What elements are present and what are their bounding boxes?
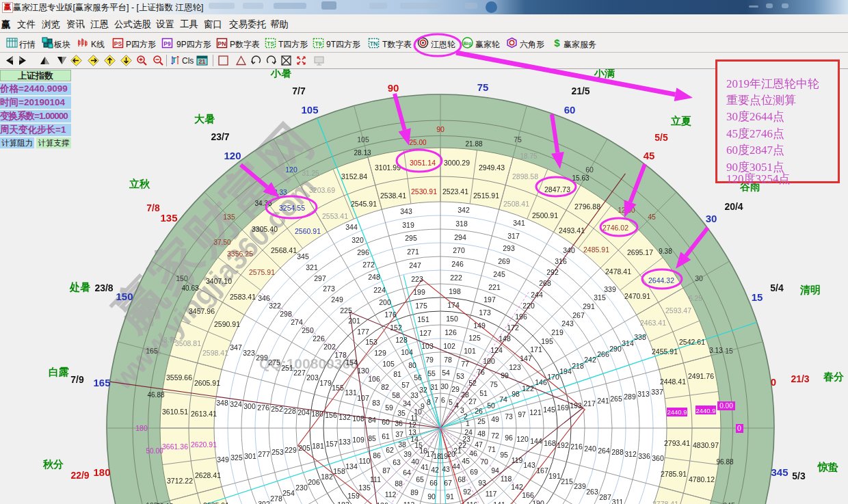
- svg-text:194: 194: [559, 367, 572, 375]
- svg-text:66: 66: [429, 479, 438, 487]
- svg-text:291: 291: [583, 302, 595, 310]
- svg-text:169: 169: [557, 403, 569, 412]
- svg-text:24: 24: [464, 428, 473, 436]
- svg-text:32: 32: [419, 386, 427, 394]
- svg-text:200: 200: [379, 298, 391, 306]
- svg-text:2523.41: 2523.41: [442, 187, 468, 196]
- svg-text:93: 93: [478, 479, 486, 487]
- svg-text:小暑: 小暑: [270, 69, 291, 79]
- svg-text:0: 0: [771, 376, 776, 388]
- svg-text:96: 96: [505, 434, 513, 442]
- svg-text:125: 125: [468, 334, 481, 342]
- svg-text:318: 318: [455, 220, 468, 228]
- svg-text:15: 15: [725, 347, 733, 355]
- svg-text:2598.41: 2598.41: [202, 349, 228, 357]
- svg-text:176: 176: [384, 310, 397, 319]
- svg-text:33: 33: [410, 391, 419, 399]
- svg-text:202: 202: [323, 343, 336, 351]
- svg-text:34: 34: [403, 399, 411, 408]
- svg-text:77: 77: [461, 360, 469, 368]
- svg-text:336: 336: [638, 452, 650, 460]
- svg-text:299: 299: [256, 354, 268, 362]
- svg-text:201: 201: [348, 317, 360, 325]
- svg-text:7/9: 7/9: [70, 374, 84, 385]
- svg-text:108: 108: [352, 414, 365, 423]
- svg-text:100: 100: [483, 357, 495, 365]
- svg-text:273: 273: [323, 284, 335, 293]
- svg-text:264: 264: [598, 447, 610, 455]
- svg-text:7/7: 7/7: [292, 85, 306, 96]
- svg-text:83: 83: [372, 399, 380, 407]
- svg-text:清明: 清明: [799, 284, 821, 295]
- svg-text:48: 48: [477, 429, 486, 438]
- svg-text:90: 90: [436, 125, 445, 133]
- svg-text:25.00: 25.00: [409, 139, 426, 146]
- svg-text:105: 105: [301, 104, 318, 116]
- svg-text:PN: PN: [218, 40, 226, 47]
- svg-text:71: 71: [488, 445, 496, 453]
- svg-text:158: 158: [333, 467, 345, 475]
- svg-text:102: 102: [443, 342, 455, 350]
- svg-text:69: 69: [470, 468, 478, 476]
- svg-text:192: 192: [557, 441, 569, 449]
- svg-text:27: 27: [468, 397, 477, 406]
- svg-text:195: 195: [146, 501, 158, 504]
- svg-text:2583.41: 2583.41: [230, 293, 256, 301]
- svg-text:5: 5: [449, 398, 453, 406]
- svg-text:203: 203: [306, 373, 319, 382]
- svg-text:170: 170: [547, 373, 559, 381]
- svg-text:154: 154: [345, 358, 358, 367]
- svg-text:135: 135: [160, 212, 177, 224]
- svg-text:28.13: 28.13: [354, 149, 371, 157]
- svg-text:205: 205: [298, 444, 310, 452]
- svg-text:266: 266: [597, 350, 609, 358]
- svg-text:3508.81: 3508.81: [175, 339, 201, 347]
- svg-text:240: 240: [584, 445, 596, 453]
- svg-text:302: 302: [258, 500, 270, 504]
- svg-text:287: 287: [599, 493, 611, 501]
- svg-text:60: 60: [564, 104, 576, 116]
- svg-text:149: 149: [473, 321, 486, 330]
- svg-text:342: 342: [458, 206, 470, 214]
- svg-text:2493.41: 2493.41: [559, 226, 585, 235]
- svg-text:269: 269: [498, 257, 510, 265]
- svg-text:28: 28: [461, 390, 469, 399]
- svg-text:15.63: 15.63: [572, 174, 589, 182]
- svg-text:21: 21: [198, 58, 205, 65]
- svg-text:123: 123: [509, 363, 521, 371]
- svg-text:处暑: 处暑: [69, 281, 90, 293]
- svg-text:346: 346: [258, 294, 270, 302]
- svg-text:295: 295: [405, 234, 417, 242]
- svg-text:惊蛰: 惊蛰: [817, 461, 838, 473]
- svg-text:0.00: 0.00: [719, 402, 733, 410]
- svg-text:2448.41: 2448.41: [660, 377, 686, 386]
- svg-text:3000.29: 3000.29: [444, 159, 470, 167]
- svg-text:298: 298: [280, 310, 292, 318]
- svg-text:52: 52: [468, 379, 477, 387]
- svg-text:118: 118: [501, 475, 512, 483]
- svg-text:150: 150: [176, 274, 188, 282]
- svg-text:46: 46: [469, 449, 477, 457]
- svg-text:324: 324: [230, 400, 242, 408]
- svg-text:223: 223: [411, 275, 423, 283]
- svg-text:22/9: 22/9: [70, 470, 89, 481]
- svg-text:2785.91: 2785.91: [661, 470, 687, 478]
- svg-text:2440.9: 2440.9: [695, 407, 715, 414]
- svg-text:40.63: 40.63: [181, 284, 198, 292]
- svg-text:92: 92: [463, 488, 471, 496]
- svg-text:347: 347: [230, 343, 242, 352]
- svg-text:88: 88: [395, 479, 403, 488]
- svg-text:51: 51: [479, 389, 488, 397]
- svg-text:276: 276: [257, 403, 269, 412]
- svg-text:白露: 白露: [49, 366, 69, 377]
- svg-text:165: 165: [146, 347, 158, 355]
- svg-text:$: $: [554, 37, 560, 49]
- svg-text:246: 246: [451, 260, 464, 268]
- svg-text:178: 178: [334, 351, 347, 359]
- svg-text:2553.41: 2553.41: [322, 212, 348, 220]
- svg-text:117: 117: [486, 490, 497, 498]
- svg-text:181: 181: [312, 442, 324, 450]
- svg-text:21/5: 21/5: [571, 85, 589, 96]
- svg-text:278: 278: [270, 494, 282, 503]
- svg-text:253: 253: [271, 448, 284, 456]
